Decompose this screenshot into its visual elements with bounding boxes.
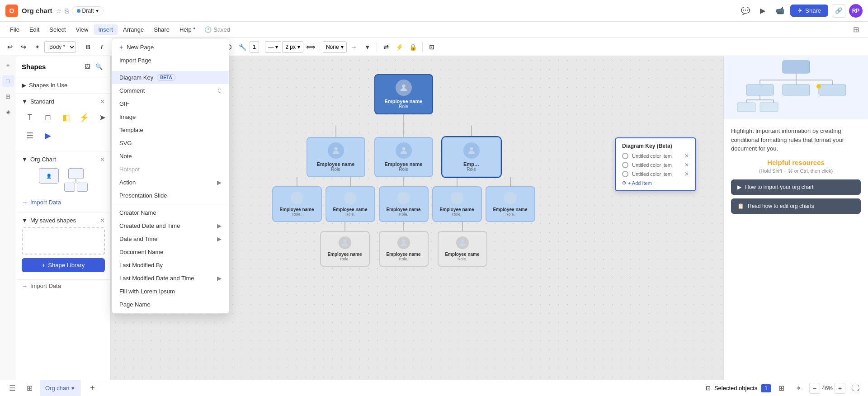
arrow-dropdown-btn[interactable]: ▾: [361, 41, 374, 53]
video-icon-btn[interactable]: 📹: [773, 4, 787, 18]
swap-btn[interactable]: ⇄: [380, 41, 392, 53]
l3-node-2[interactable]: Employee name Role.: [379, 186, 429, 222]
insert-image[interactable]: Image: [112, 110, 229, 123]
key-close-0[interactable]: ✕: [684, 153, 689, 159]
menu-view[interactable]: View: [71, 24, 93, 35]
key-add-btn[interactable]: ⊕ + Add Item: [622, 180, 689, 186]
page-tab-orgchart[interactable]: Org chart ▾: [40, 380, 80, 396]
insert-template[interactable]: Template: [112, 123, 229, 137]
menu-insert[interactable]: Insert: [94, 24, 118, 35]
standard-close[interactable]: ✕: [100, 98, 105, 105]
org-chart-header[interactable]: ▼ Org Chart ✕: [22, 155, 105, 164]
insert-action[interactable]: Action ▶: [112, 176, 229, 189]
l2-node-0[interactable]: Employee name Role: [307, 137, 365, 177]
insert-new-page[interactable]: + New Page: [112, 40, 229, 54]
line-width-dropdown[interactable]: 2 px ▾: [282, 41, 303, 53]
zoom-out-btn[interactable]: −: [809, 383, 820, 394]
menu-file[interactable]: File: [5, 24, 24, 35]
root-node[interactable]: Employee name Role: [374, 74, 433, 114]
insert-creator-name[interactable]: Creator Name: [112, 206, 229, 219]
insert-last-modified-by[interactable]: Last Modified By: [112, 259, 229, 272]
insert-svg[interactable]: SVG: [112, 137, 229, 150]
share-button[interactable]: ✈ Share: [790, 5, 828, 17]
add-page-btn[interactable]: +: [86, 382, 99, 395]
insert-note[interactable]: Note: [112, 150, 229, 163]
menu-arrange[interactable]: Arrange: [118, 24, 148, 35]
insert-page-name[interactable]: Page Name: [112, 298, 229, 311]
org-single-node[interactable]: 👤: [39, 168, 59, 192]
shapes-in-use-header[interactable]: ▶ Shapes In Use: [22, 81, 105, 90]
scale-btn[interactable]: ⟺: [304, 41, 317, 53]
insert-gif[interactable]: GIF: [112, 97, 229, 110]
avatar[interactable]: RP: [849, 4, 863, 18]
insert-created-date[interactable]: Created Date and Time ▶: [112, 219, 229, 232]
cursor-tool[interactable]: ⌖: [2, 60, 14, 71]
line-style-dropdown[interactable]: — ▾: [265, 41, 281, 53]
undo-btn[interactable]: ↩: [4, 41, 16, 53]
copy-icon[interactable]: ⎘: [65, 7, 68, 14]
play-icon-btn[interactable]: ▶: [756, 4, 769, 18]
zoom-in-btn[interactable]: +: [835, 383, 845, 394]
standard-header[interactable]: ▼ Standard ✕: [22, 97, 105, 106]
play-shape[interactable]: ▶: [40, 127, 56, 144]
insert-lorem[interactable]: Fill with Lorem Ipsum: [112, 285, 229, 298]
style-select[interactable]: Body *: [44, 41, 76, 53]
selected-count-badge[interactable]: 1: [761, 384, 771, 392]
l2-node-1[interactable]: Employee name Role: [374, 137, 433, 177]
l4-node-1[interactable]: Employee name Role.: [379, 231, 429, 267]
insert-comment[interactable]: Comment C: [112, 84, 229, 97]
menu-edit[interactable]: Edit: [25, 24, 44, 35]
redo-btn[interactable]: ↪: [17, 41, 30, 53]
l3-node-0[interactable]: Employee name Role.: [272, 186, 322, 222]
shapes-tool[interactable]: □: [2, 75, 14, 87]
text-shape[interactable]: T: [22, 109, 38, 126]
l4-node-0[interactable]: Employee name Role.: [320, 231, 370, 267]
insert-import-page[interactable]: Import Page: [112, 54, 229, 67]
panel-btn[interactable]: ⊡: [425, 41, 438, 53]
chat-icon-btn[interactable]: 💬: [739, 4, 752, 18]
read-edit-btn[interactable]: 📋 Read how to edit org charts: [731, 198, 861, 214]
bold-btn[interactable]: B: [82, 41, 94, 53]
none-dropdown[interactable]: None ▾: [323, 41, 347, 53]
lock-btn[interactable]: 🔒: [407, 41, 420, 53]
import-data-btn[interactable]: → Import Data: [22, 196, 105, 208]
insert-presentation[interactable]: Presentation Slide: [112, 189, 229, 202]
key-close-1[interactable]: ✕: [684, 162, 689, 168]
insert-last-modified-date[interactable]: Last Modified Date and Time ▶: [112, 272, 229, 285]
table-tool[interactable]: ⊞: [2, 90, 14, 102]
link-button[interactable]: 🔗: [832, 4, 845, 18]
italic-btn[interactable]: I: [95, 41, 108, 53]
list-shape[interactable]: ☰: [22, 127, 38, 144]
badge-btn[interactable]: 1: [250, 41, 259, 53]
insert-diagram-key[interactable]: Diagram Key BETA: [112, 71, 229, 84]
shape-library-btn[interactable]: + Shape Library: [22, 258, 105, 272]
chart-tool[interactable]: ◈: [2, 106, 14, 118]
my-saved-shapes-header[interactable]: ▼ My saved shapes ✕: [22, 216, 105, 225]
l2-node-2[interactable]: Emp… Role: [442, 137, 501, 177]
arrow-shape[interactable]: ➤: [94, 109, 110, 126]
bolt-shape[interactable]: ⚡: [76, 109, 92, 126]
import-org-btn[interactable]: ▶ How to import your org chart: [731, 179, 861, 195]
l3-node-1[interactable]: Employee name Role.: [326, 186, 375, 222]
my-saved-close[interactable]: ✕: [100, 217, 105, 224]
l3-node-4[interactable]: Employee name Role.: [486, 186, 535, 222]
arrow-right-btn[interactable]: →: [348, 41, 360, 53]
menu-share[interactable]: Share: [149, 24, 174, 35]
layers-btn[interactable]: ⊞: [775, 382, 788, 395]
draft-badge[interactable]: Draft ▾: [72, 6, 104, 15]
org-tree-preview[interactable]: [64, 168, 88, 192]
l4-node-2[interactable]: Employee name Role.: [438, 231, 487, 267]
import-data-link[interactable]: → Import Data: [16, 280, 110, 292]
search-icon-btn[interactable]: 🔍: [93, 61, 105, 72]
insert-date-time[interactable]: Date and Time ▶: [112, 232, 229, 245]
rect-shape[interactable]: □: [40, 109, 56, 126]
l3-node-3[interactable]: Employee name Role.: [432, 186, 482, 222]
key-close-2[interactable]: ✕: [684, 171, 689, 177]
grid-icon-btn[interactable]: ⊞: [849, 23, 863, 37]
app-logo[interactable]: O: [5, 5, 18, 17]
org-chart-close[interactable]: ✕: [100, 156, 105, 163]
list-view-btn[interactable]: ☰: [5, 382, 19, 395]
bolt-btn[interactable]: ⚡: [393, 41, 406, 53]
menu-select[interactable]: Select: [45, 24, 70, 35]
grid-view-btn[interactable]: ⊞: [23, 382, 36, 395]
